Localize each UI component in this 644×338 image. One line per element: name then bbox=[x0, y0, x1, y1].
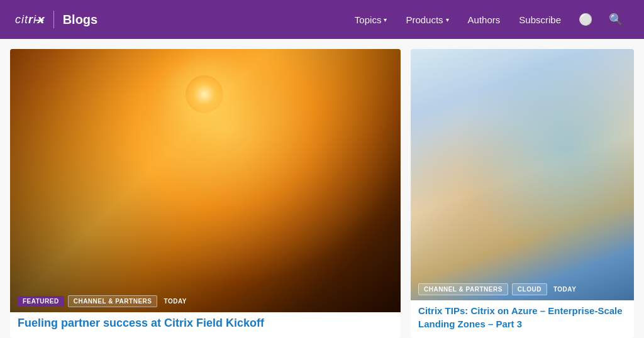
card-title-left[interactable]: Fueling partner success at Citrix Field … bbox=[10, 312, 401, 338]
secondary-card: CHANNEL & PARTNERS CLOUD TODAY Citrix TI… bbox=[411, 49, 634, 338]
chevron-down-icon: ▾ bbox=[384, 16, 387, 23]
chevron-down-icon: ▾ bbox=[446, 16, 449, 23]
tag-today-left: TODAY bbox=[161, 296, 189, 307]
card-image-right[interactable]: CHANNEL & PARTNERS CLOUD TODAY bbox=[411, 49, 634, 300]
card-overlay-tags-left: FEATURED CHANNEL & PARTNERS TODAY bbox=[18, 295, 189, 307]
tag-cloud: CLOUD bbox=[512, 283, 547, 295]
nav-item-subscribe[interactable]: Subscribe bbox=[511, 9, 569, 30]
search-icon[interactable]: 🔍 bbox=[602, 8, 629, 31]
site-header: citrix̶ Blogs Topics ▾ Products ▾ Author… bbox=[0, 0, 644, 39]
card-hero-image-right bbox=[411, 49, 634, 300]
tag-today-right: TODAY bbox=[551, 284, 579, 295]
main-nav: Topics ▾ Products ▾ Authors Subscribe ⚪ … bbox=[347, 8, 629, 31]
globe-icon[interactable]: ⚪ bbox=[572, 8, 599, 31]
card-overlay-tags-right: CHANNEL & PARTNERS CLOUD TODAY bbox=[418, 283, 579, 295]
featured-card: FEATURED CHANNEL & PARTNERS TODAY Fuelin… bbox=[10, 49, 401, 338]
card-hero-image-left bbox=[10, 49, 401, 312]
tag-channel-partners: CHANNEL & PARTNERS bbox=[68, 295, 158, 307]
site-title: Blogs bbox=[63, 13, 98, 27]
nav-item-authors[interactable]: Authors bbox=[460, 9, 508, 30]
citrix-wordmark: citrix̶ bbox=[15, 13, 45, 26]
card-image-left[interactable]: FEATURED CHANNEL & PARTNERS TODAY bbox=[10, 49, 401, 312]
tag-channel-partners-right: CHANNEL & PARTNERS bbox=[418, 283, 508, 295]
citrix-logo[interactable]: citrix̶ bbox=[15, 13, 45, 26]
nav-item-topics[interactable]: Topics ▾ bbox=[347, 9, 395, 30]
tag-featured: FEATURED bbox=[18, 296, 64, 307]
main-content: FEATURED CHANNEL & PARTNERS TODAY Fuelin… bbox=[0, 39, 644, 338]
logo-area: citrix̶ Blogs bbox=[15, 11, 97, 28]
card-title-right[interactable]: Citrix TIPs: Citrix on Azure – Enterpris… bbox=[411, 300, 634, 338]
nav-item-products[interactable]: Products ▾ bbox=[398, 9, 456, 30]
header-divider bbox=[53, 11, 54, 28]
